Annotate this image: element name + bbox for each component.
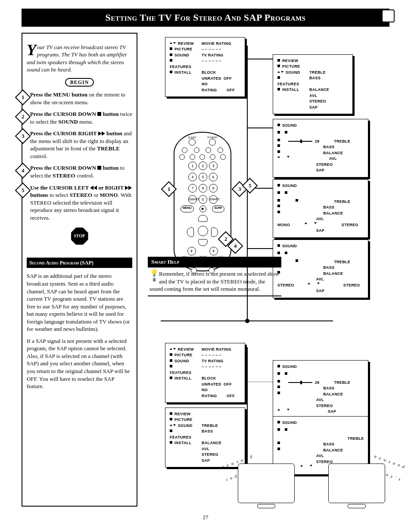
figure-lower: REVIEWMOVIE RATING PICTURE– – – – – – SO… [148,347,389,507]
intro-body: our TV can receive broadcast stereo TV p… [27,44,127,73]
osd-sap-treble: SOUND 28 TREBLE BASS BALANCE AVL S [273,360,368,419]
tv-right: n e w s a n d t o d a y ' s [324,464,389,508]
osd-sap-mainsound: REVIEW PICTURE SOUNDTREBLE FEATURESBASS … [165,408,245,468]
sap-body: SAP is an additional part of the stereo … [27,272,132,390]
begin-badge: BEGIN [65,78,94,87]
osd-sound-treble: SOUND 28 TREBLE BASS BALANCE AVL STEREO [273,119,368,177]
osd-sound-mono: SOUND TREBLE BASS BALANCE AVL MONO [273,179,368,238]
step-1: 1 Press the MENU button on the remote to… [27,91,132,106]
sap-p2: If a SAP signal is not present with a se… [27,337,132,390]
dpad [187,215,218,246]
smart-help: Smart Help 💡≣ Remember, if stereo is not… [148,257,281,296]
page-title-bar: Setting the TV for Stereo and SAP Progra… [22,9,389,27]
step-number-3: 3 [15,128,31,144]
page-title: Setting the TV for Stereo and SAP Progra… [106,11,306,24]
osd-main-sound: REVIEW PICTURE SOUNDTREBLE FEATURESBASS … [273,54,353,115]
osd-main-rating: REVIEWMOVIE RATING PICTURE– – – – – – SO… [165,37,245,97]
step-3: 3 Press the CURSOR RIGHT button and the … [27,130,132,160]
step-2: 2 Press the CURSOR DOWN button twice to … [27,110,132,125]
step-number-1: 1 [15,90,31,106]
step-1-bold: Press the MENU button [30,91,87,98]
bulb-icon: 💡≣ [149,270,159,283]
dropcap: Y [27,44,37,56]
figure-upper: REVIEWMOVIE RATING PICTURE– – – – – – SO… [148,33,389,334]
stop-badge: STOP [71,227,88,245]
instruction-panel: Your TV can receive broadcast stereo TV … [22,33,137,507]
corner-box [382,9,395,22]
page-number: 27 [22,513,389,521]
tv-left: n e w s a n d t o d a y ' s [234,464,299,508]
osd-sound-stereo: SOUND TREBLE BASS BALANCE AVL STEREO [273,240,368,298]
smart-help-text: Remember, if stereo is not present on a … [149,271,279,292]
osd-sap-main: REVIEWMOVIE RATING PICTURE– – – – – – SO… [165,343,245,403]
smart-help-header: Smart Help [148,257,281,267]
sap-p1: SAP is an additional part of the stereo … [27,272,132,333]
remote-control: SLEEP POWER 123 456 789 SMART0SMART [174,132,231,271]
step-4: 4 Press the CURSOR DOWN button to select… [27,164,132,179]
intro-text: Your TV can receive broadcast stereo TV … [27,44,132,74]
step-number-4: 4 [15,163,31,179]
sap-header: Second Audio Program (SAP) [27,258,132,268]
step-number-5: 5 [15,182,31,198]
step-number-2: 2 [15,109,31,125]
step-5: 5 Use the CURSOR LEFT or RIGHT buttons t… [27,184,132,222]
